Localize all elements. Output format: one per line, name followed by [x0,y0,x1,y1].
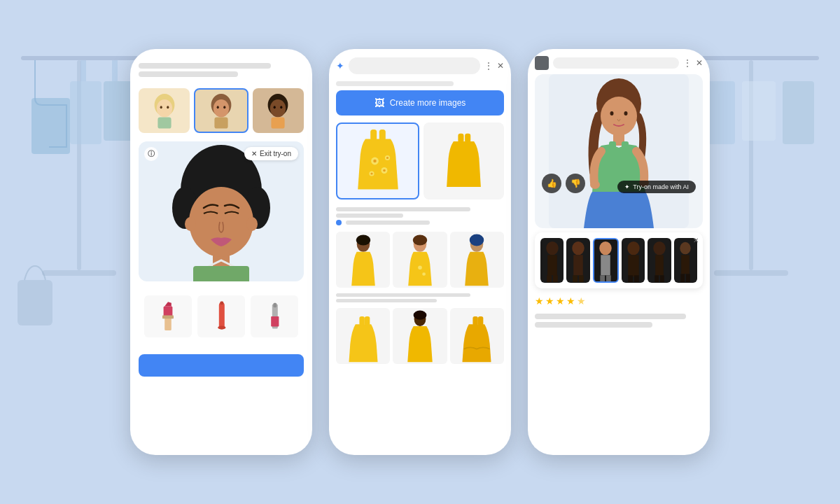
svg-point-22 [214,99,229,118]
try-on-ai-label: Try-on made with AI [633,183,689,190]
svg-rect-42 [219,302,225,329]
cosmetic-item-3[interactable] [251,295,298,337]
model-results-grid [336,232,504,288]
svg-rect-43 [220,301,223,304]
model-result-2[interactable] [393,232,447,288]
try-on-ai-badge: ✦ Try-on made with AI [617,181,696,193]
phone-3-product-detail: ⋮ ✕ [528,49,710,455]
svg-point-28 [274,106,276,108]
svg-point-57 [386,157,388,159]
svg-rect-49 [379,130,385,141]
svg-rect-72 [473,316,478,326]
star-3: ★ [556,295,565,307]
thumbs-up-button[interactable]: 👍 [542,174,561,193]
svg-rect-88 [553,275,558,282]
svg-rect-59 [465,133,470,142]
model-option-1[interactable] [540,238,564,283]
dress-bottom-3[interactable] [450,308,504,364]
svg-rect-25 [214,118,227,129]
create-more-images-button[interactable]: 🖼 Create more images [336,90,504,115]
close-x-icon: ✕ [251,150,257,158]
svg-point-24 [223,106,225,108]
model-option-4[interactable] [622,238,645,283]
info-badge: ⓘ [144,147,158,161]
svg-rect-30 [272,118,285,129]
svg-point-100 [627,241,639,255]
avatar-selection[interactable] [139,88,304,133]
svg-point-90 [572,241,584,255]
svg-rect-46 [273,303,276,307]
svg-point-64 [418,265,422,270]
star-half: ★ [577,295,586,307]
svg-rect-73 [478,316,483,326]
dress-item-selected[interactable] [336,122,419,200]
app-icon [535,56,549,70]
svg-rect-106 [655,255,664,275]
models-grid[interactable] [540,238,697,283]
avatar-3[interactable] [253,88,304,133]
cosmetic-item-2[interactable] [197,295,245,337]
dress-bottom-2[interactable] [393,308,447,364]
svg-rect-86 [547,255,557,275]
phone2-header: ✦ ⋮ ✕ [336,57,504,74]
svg-point-77 [601,97,637,136]
svg-rect-97 [601,275,606,282]
phone-2-shopping: ✦ ⋮ ✕ 🖼 Create more images [329,49,511,455]
more-options-icon[interactable]: ⋮ [484,61,493,71]
phone1-top-bar [139,60,304,80]
svg-rect-41 [162,315,174,318]
svg-rect-20 [158,118,171,129]
avatar-1[interactable] [139,88,190,133]
dress-main-grid [336,122,504,200]
info-line-2 [336,214,403,218]
product-info-lines [336,205,504,227]
svg-rect-58 [458,133,463,142]
close-button-icon[interactable]: ✕ [696,58,703,68]
model-option-3-selected[interactable] [593,238,619,283]
svg-rect-107 [654,275,659,282]
more-options-icon[interactable]: ⋮ [683,58,692,68]
search-bar[interactable] [349,57,480,74]
svg-rect-80 [609,141,616,150]
svg-point-65 [422,272,426,276]
svg-rect-87 [547,275,552,282]
dress-bottom-1[interactable] [336,308,390,364]
svg-point-61 [356,235,370,246]
svg-rect-112 [681,274,685,282]
model-option-6[interactable] [674,238,697,283]
thumbs-down-button[interactable]: 👎 [566,174,585,193]
svg-rect-92 [573,275,578,282]
models-close-button[interactable]: ✕ [693,237,699,244]
close-icon[interactable]: ✕ [497,61,504,71]
svg-point-19 [167,106,169,108]
svg-point-44 [218,326,225,330]
try-on-area: ⓘ ✕ Exit try-on [139,141,304,281]
result-text-2 [336,299,437,302]
svg-point-105 [653,241,665,255]
exit-tryon-button[interactable]: ✕ Exit try-on [244,147,298,160]
phone1-cta-bar[interactable] [139,354,304,377]
svg-point-95 [600,241,612,255]
svg-point-82 [590,181,600,189]
product-rating: ★ ★ ★ ★ ★ [535,293,703,309]
title-bar [553,57,679,69]
svg-point-36 [185,217,196,231]
search-subtitle [336,81,454,86]
dress-item-plain[interactable] [424,122,504,200]
model-result-1[interactable] [336,232,390,288]
product-text-1 [535,314,686,319]
cosmetic-item-1[interactable] [144,295,192,337]
svg-rect-91 [573,255,583,275]
svg-point-110 [680,242,692,254]
model-result-3[interactable] [450,232,504,288]
svg-point-67 [470,234,484,246]
feedback-buttons[interactable]: 👍 👎 [542,174,585,193]
search-bar-line [139,63,271,69]
svg-rect-101 [628,255,639,276]
model-option-2[interactable] [566,238,589,283]
model-option-5[interactable] [648,238,671,283]
phone-1-beauty-tryon: ⓘ ✕ Exit try-on [130,49,312,455]
sparkle-icon: ✦ [336,60,344,71]
result-text-1 [336,293,470,297]
avatar-2[interactable] [194,88,248,133]
